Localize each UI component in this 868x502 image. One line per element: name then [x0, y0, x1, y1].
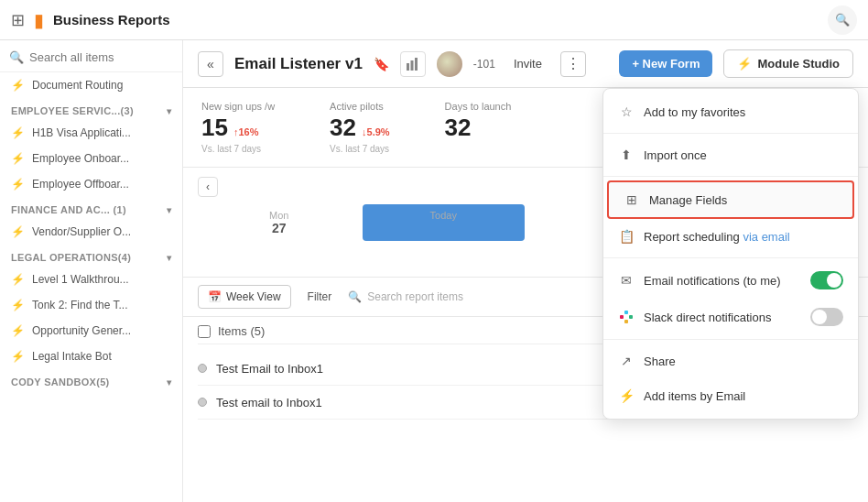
dropdown-label: Share	[644, 355, 676, 368]
sidebar-item-opportunity[interactable]: ⚡ Opportunity Gener...	[0, 318, 182, 344]
sidebar-section-employee[interactable]: EMPLOYEE SERVIC...(3) ▾	[0, 98, 182, 120]
module-studio-button[interactable]: ⚡ Module Studio	[723, 49, 853, 78]
search-icon: 🔍	[348, 290, 362, 303]
search-placeholder: Search report items	[367, 290, 463, 303]
items-select-all[interactable]	[198, 325, 211, 338]
more-options-button[interactable]: ⋮	[560, 51, 586, 77]
back-icon: «	[207, 57, 214, 71]
sidebar-item-offboard[interactable]: ⚡ Employee Offboar...	[0, 171, 182, 197]
stat-change: ↑16%	[233, 126, 259, 137]
dropdown-label: Email notifications (to me)	[644, 274, 781, 288]
app-title: Business Reports	[53, 12, 170, 27]
bolt-icon: ⚡	[11, 225, 25, 238]
module-studio-label: Module Studio	[757, 57, 840, 71]
slack-notif-toggle[interactable]	[810, 308, 843, 326]
dropdown-label: Add to my favorites	[644, 105, 745, 119]
dropdown-divider	[603, 133, 858, 134]
top-search-btn[interactable]: 🔍	[828, 5, 857, 35]
sidebar-item-legal-intake[interactable]: ⚡ Legal Intake Bot	[0, 344, 182, 369]
bolt-icon: ⚡	[618, 387, 635, 404]
sidebar-item-label: Employee Offboar...	[32, 178, 129, 191]
sidebar-item-vendor[interactable]: ⚡ Vendor/Supplier O...	[0, 219, 182, 245]
sidebar-section-finance[interactable]: FINANCE AND AC... (1) ▾	[0, 197, 182, 219]
stat-sub: Vs. last 7 days	[330, 144, 390, 154]
stat-days-launch: Days to launch 32	[445, 101, 512, 154]
dropdown-item-scheduling[interactable]: 📋 Report scheduling via email	[603, 219, 858, 254]
grid-icon[interactable]: ⊞	[11, 10, 25, 30]
bookmark-icon[interactable]: 🔖	[374, 57, 389, 71]
svg-rect-2	[415, 58, 418, 71]
slack-icon	[618, 309, 635, 325]
chevron-down-icon[interactable]: ▾	[167, 253, 171, 263]
sidebar: 🔍 ≡ ⚡ Document Routing EMPLOYEE SERVIC..…	[0, 40, 183, 502]
sidebar-item-label: Employee Onboar...	[32, 152, 129, 165]
stat-value: 32	[330, 114, 356, 142]
stat-value: 32	[445, 114, 472, 142]
items-label: Items (5)	[218, 324, 265, 338]
chart-icon[interactable]	[400, 51, 426, 77]
filter-button[interactable]: Filter	[300, 286, 340, 308]
dropdown-item-share[interactable]: ↗ Share	[603, 344, 858, 378]
calendar-day-mon[interactable]: Mon 27	[198, 204, 361, 241]
sidebar-item-tonk[interactable]: ⚡ Tonk 2: Find the T...	[0, 292, 182, 318]
chevron-down-icon[interactable]: ▾	[167, 377, 171, 387]
svg-rect-4	[624, 311, 628, 314]
chevron-down-icon[interactable]: ▾	[167, 205, 171, 215]
section-label: EMPLOYEE SERVIC...(3)	[11, 105, 134, 116]
search-report-bar[interactable]: 🔍 Search report items	[348, 290, 463, 303]
week-view-label: Week View	[226, 290, 281, 303]
svg-rect-3	[620, 315, 624, 319]
dropdown-item-import[interactable]: ⬆ Import once	[603, 137, 858, 172]
logo-icon: ▮	[34, 9, 44, 31]
stat-label: New sign ups /w	[201, 101, 275, 112]
stat-active-pilots: Active pilots 32 ↓5.9% Vs. last 7 days	[330, 101, 390, 154]
dropdown-divider	[603, 339, 858, 340]
search-input[interactable]	[29, 50, 183, 64]
svg-rect-0	[407, 63, 409, 71]
chevron-down-icon[interactable]: ▾	[167, 106, 171, 116]
toggle-knob	[812, 310, 827, 324]
sidebar-item-label: Document Routing	[32, 79, 123, 92]
week-view-button[interactable]: 📅 Week View	[198, 285, 291, 309]
sidebar-item-onboard[interactable]: ⚡ Employee Onboar...	[0, 146, 182, 171]
import-icon: ⬆	[618, 147, 635, 163]
section-label: CODY SANDBOX(5)	[11, 376, 110, 387]
bolt-icon: ⚡	[737, 57, 752, 71]
dropdown-item-add-email[interactable]: ⚡ Add items by Email	[603, 378, 858, 413]
calendar-prev-button[interactable]: ‹	[198, 177, 218, 197]
new-form-button[interactable]: + New Form	[619, 50, 712, 77]
sidebar-item-h1b[interactable]: ⚡ H1B Visa Applicati...	[0, 120, 182, 146]
item-status-dot	[198, 364, 207, 373]
svg-rect-1	[410, 60, 413, 71]
email-notif-toggle[interactable]	[810, 271, 843, 289]
grid-icon: ⊞	[624, 191, 640, 208]
bolt-icon: ⚡	[11, 324, 25, 337]
sidebar-item-document-routing[interactable]: ⚡ Document Routing	[0, 72, 182, 98]
dropdown-label: Add items by Email	[644, 389, 745, 403]
email-icon: ✉	[618, 272, 635, 289]
dropdown-item-manage-fields[interactable]: ⊞ Manage Fields	[607, 180, 854, 219]
sidebar-search-bar: 🔍 ≡	[0, 40, 182, 72]
dropdown-item-slack[interactable]: Slack direct notifications	[603, 299, 858, 335]
via-email-label: via email	[743, 230, 789, 244]
page-title: Email Listener v1	[234, 55, 363, 73]
bolt-icon: ⚡	[11, 273, 25, 286]
bolt-icon: ⚡	[11, 299, 25, 311]
sidebar-item-label: Vendor/Supplier O...	[32, 225, 131, 238]
back-button[interactable]: «	[198, 51, 223, 77]
invite-button[interactable]: Invite	[506, 57, 549, 71]
content-area: « Email Listener v1 🔖 -101 Invite ⋮ + Ne…	[183, 40, 868, 502]
sidebar-section-legal[interactable]: LEGAL OPERATIONS(4) ▾	[0, 245, 182, 267]
stat-label: Days to launch	[445, 101, 512, 112]
section-label: FINANCE AND AC... (1)	[11, 204, 126, 215]
sidebar-section-cody[interactable]: CODY SANDBOX(5) ▾	[0, 369, 182, 391]
dropdown-item-email-notif[interactable]: ✉ Email notifications (to me)	[603, 262, 858, 299]
sidebar-item-level1[interactable]: ⚡ Level 1 Walkthrou...	[0, 267, 182, 292]
stat-sub: Vs. last 7 days	[201, 144, 275, 154]
dropdown-item-favorites[interactable]: ☆ Add to my favorites	[603, 94, 858, 129]
calendar-icon: 📋	[618, 228, 635, 245]
calendar-day-today[interactable]: Today	[363, 204, 526, 241]
dropdown-label: Import once	[644, 148, 707, 162]
svg-rect-6	[624, 320, 628, 323]
svg-rect-5	[629, 315, 633, 319]
